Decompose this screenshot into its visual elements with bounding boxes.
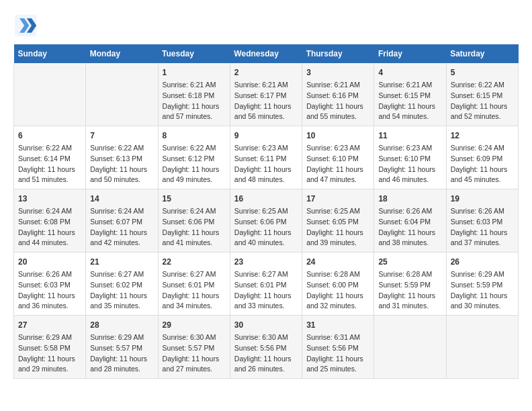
col-header-tuesday: Tuesday — [158, 44, 230, 63]
calendar-table: SundayMondayTuesdayWednesdayThursdayFrid… — [13, 44, 519, 379]
day-number: 13 — [18, 193, 81, 205]
day-number: 11 — [378, 130, 441, 142]
day-cell — [86, 63, 158, 126]
day-info: Sunrise: 6:21 AM Sunset: 6:18 PM Dayligh… — [163, 80, 226, 122]
day-cell: 15Sunrise: 6:24 AM Sunset: 6:06 PM Dayli… — [158, 189, 230, 253]
day-cell: 4Sunrise: 6:21 AM Sunset: 6:15 PM Daylig… — [374, 63, 446, 126]
logo-icon — [13, 13, 38, 38]
day-number: 3 — [306, 66, 369, 79]
day-info: Sunrise: 6:27 AM Sunset: 6:01 PM Dayligh… — [163, 269, 226, 312]
day-info: Sunrise: 6:23 AM Sunset: 6:10 PM Dayligh… — [306, 143, 369, 185]
day-cell: 11Sunrise: 6:23 AM Sunset: 6:10 PM Dayli… — [374, 126, 446, 189]
day-number: 16 — [234, 193, 298, 205]
day-info: Sunrise: 6:22 AM Sunset: 6:15 PM Dayligh… — [451, 80, 514, 122]
day-info: Sunrise: 6:24 AM Sunset: 6:08 PM Dayligh… — [18, 206, 81, 248]
day-cell: 27Sunrise: 6:29 AM Sunset: 5:58 PM Dayli… — [14, 316, 86, 379]
day-cell — [14, 63, 86, 126]
day-cell: 10Sunrise: 6:23 AM Sunset: 6:10 PM Dayli… — [302, 126, 374, 189]
day-info: Sunrise: 6:23 AM Sunset: 6:11 PM Dayligh… — [234, 143, 298, 185]
day-info: Sunrise: 6:25 AM Sunset: 6:05 PM Dayligh… — [306, 206, 369, 248]
day-info: Sunrise: 6:27 AM Sunset: 6:01 PM Dayligh… — [234, 269, 298, 312]
day-number: 27 — [18, 319, 81, 331]
day-info: Sunrise: 6:28 AM Sunset: 5:59 PM Dayligh… — [378, 269, 441, 312]
day-number: 15 — [163, 193, 226, 205]
day-number: 4 — [378, 66, 441, 79]
col-header-wednesday: Wednesday — [230, 44, 302, 63]
day-number: 23 — [234, 256, 298, 268]
day-info: Sunrise: 6:24 AM Sunset: 6:07 PM Dayligh… — [90, 206, 153, 248]
day-cell: 13Sunrise: 6:24 AM Sunset: 6:08 PM Dayli… — [14, 189, 86, 253]
day-info: Sunrise: 6:22 AM Sunset: 6:14 PM Dayligh… — [18, 143, 81, 185]
day-info: Sunrise: 6:21 AM Sunset: 6:16 PM Dayligh… — [306, 80, 369, 122]
week-row-1: 1Sunrise: 6:21 AM Sunset: 6:18 PM Daylig… — [14, 63, 519, 126]
day-number: 10 — [306, 130, 369, 142]
day-info: Sunrise: 6:24 AM Sunset: 6:09 PM Dayligh… — [451, 143, 514, 185]
day-cell: 9Sunrise: 6:23 AM Sunset: 6:11 PM Daylig… — [230, 126, 302, 189]
day-cell: 14Sunrise: 6:24 AM Sunset: 6:07 PM Dayli… — [86, 189, 158, 253]
day-cell: 7Sunrise: 6:22 AM Sunset: 6:13 PM Daylig… — [86, 126, 158, 189]
day-number: 8 — [163, 130, 226, 142]
day-cell: 3Sunrise: 6:21 AM Sunset: 6:16 PM Daylig… — [302, 63, 374, 126]
day-number: 9 — [234, 130, 298, 142]
day-number: 19 — [451, 193, 514, 205]
day-number: 25 — [378, 256, 441, 268]
week-row-3: 13Sunrise: 6:24 AM Sunset: 6:08 PM Dayli… — [14, 189, 519, 253]
day-info: Sunrise: 6:23 AM Sunset: 6:10 PM Dayligh… — [378, 143, 441, 185]
day-cell: 31Sunrise: 6:31 AM Sunset: 5:56 PM Dayli… — [302, 316, 374, 379]
day-cell: 2Sunrise: 6:21 AM Sunset: 6:17 PM Daylig… — [230, 63, 302, 126]
day-info: Sunrise: 6:29 AM Sunset: 5:57 PM Dayligh… — [90, 332, 153, 375]
col-header-friday: Friday — [374, 44, 446, 63]
day-number: 7 — [90, 130, 153, 142]
page-header — [13, 13, 519, 38]
day-cell — [446, 316, 518, 379]
day-info: Sunrise: 6:25 AM Sunset: 6:06 PM Dayligh… — [234, 206, 298, 248]
day-info: Sunrise: 6:21 AM Sunset: 6:15 PM Dayligh… — [378, 80, 441, 122]
day-cell: 17Sunrise: 6:25 AM Sunset: 6:05 PM Dayli… — [302, 189, 374, 253]
day-info: Sunrise: 6:26 AM Sunset: 6:03 PM Dayligh… — [451, 206, 514, 248]
day-number: 20 — [18, 256, 81, 268]
day-info: Sunrise: 6:27 AM Sunset: 6:02 PM Dayligh… — [90, 269, 153, 312]
day-cell: 28Sunrise: 6:29 AM Sunset: 5:57 PM Dayli… — [86, 316, 158, 379]
day-number: 6 — [18, 130, 81, 142]
day-cell: 20Sunrise: 6:26 AM Sunset: 6:03 PM Dayli… — [14, 253, 86, 316]
day-cell — [374, 316, 446, 379]
day-info: Sunrise: 6:22 AM Sunset: 6:13 PM Dayligh… — [90, 143, 153, 185]
day-cell: 21Sunrise: 6:27 AM Sunset: 6:02 PM Dayli… — [86, 253, 158, 316]
day-number: 22 — [163, 256, 226, 268]
day-number: 5 — [451, 66, 514, 79]
day-number: 18 — [378, 193, 441, 205]
day-cell: 1Sunrise: 6:21 AM Sunset: 6:18 PM Daylig… — [158, 63, 230, 126]
day-cell: 26Sunrise: 6:29 AM Sunset: 5:59 PM Dayli… — [446, 253, 518, 316]
day-info: Sunrise: 6:28 AM Sunset: 6:00 PM Dayligh… — [306, 269, 369, 312]
day-cell: 24Sunrise: 6:28 AM Sunset: 6:00 PM Dayli… — [302, 253, 374, 316]
day-cell: 6Sunrise: 6:22 AM Sunset: 6:14 PM Daylig… — [14, 126, 86, 189]
day-number: 14 — [90, 193, 153, 205]
day-info: Sunrise: 6:26 AM Sunset: 6:03 PM Dayligh… — [18, 269, 81, 312]
day-cell: 12Sunrise: 6:24 AM Sunset: 6:09 PM Dayli… — [446, 126, 518, 189]
day-info: Sunrise: 6:31 AM Sunset: 5:56 PM Dayligh… — [306, 332, 369, 375]
day-cell: 29Sunrise: 6:30 AM Sunset: 5:57 PM Dayli… — [158, 316, 230, 379]
week-row-4: 20Sunrise: 6:26 AM Sunset: 6:03 PM Dayli… — [14, 253, 519, 316]
day-cell: 19Sunrise: 6:26 AM Sunset: 6:03 PM Dayli… — [446, 189, 518, 253]
day-info: Sunrise: 6:29 AM Sunset: 5:59 PM Dayligh… — [451, 269, 514, 312]
day-number: 31 — [306, 319, 369, 331]
day-number: 2 — [234, 66, 298, 79]
day-cell: 16Sunrise: 6:25 AM Sunset: 6:06 PM Dayli… — [230, 189, 302, 253]
col-header-monday: Monday — [86, 44, 158, 63]
day-number: 12 — [451, 130, 514, 142]
day-number: 24 — [306, 256, 369, 268]
day-number: 28 — [90, 319, 153, 331]
day-cell: 30Sunrise: 6:30 AM Sunset: 5:56 PM Dayli… — [230, 316, 302, 379]
week-row-5: 27Sunrise: 6:29 AM Sunset: 5:58 PM Dayli… — [14, 316, 519, 379]
day-info: Sunrise: 6:21 AM Sunset: 6:17 PM Dayligh… — [234, 80, 298, 122]
week-row-2: 6Sunrise: 6:22 AM Sunset: 6:14 PM Daylig… — [14, 126, 519, 189]
day-cell: 18Sunrise: 6:26 AM Sunset: 6:04 PM Dayli… — [374, 189, 446, 253]
day-number: 21 — [90, 256, 153, 268]
day-number: 30 — [234, 319, 298, 331]
day-number: 26 — [451, 256, 514, 268]
day-info: Sunrise: 6:30 AM Sunset: 5:57 PM Dayligh… — [163, 332, 226, 375]
day-cell: 8Sunrise: 6:22 AM Sunset: 6:12 PM Daylig… — [158, 126, 230, 189]
calendar-body: 1Sunrise: 6:21 AM Sunset: 6:18 PM Daylig… — [14, 63, 519, 379]
col-header-thursday: Thursday — [302, 44, 374, 63]
col-header-sunday: Sunday — [14, 44, 86, 63]
